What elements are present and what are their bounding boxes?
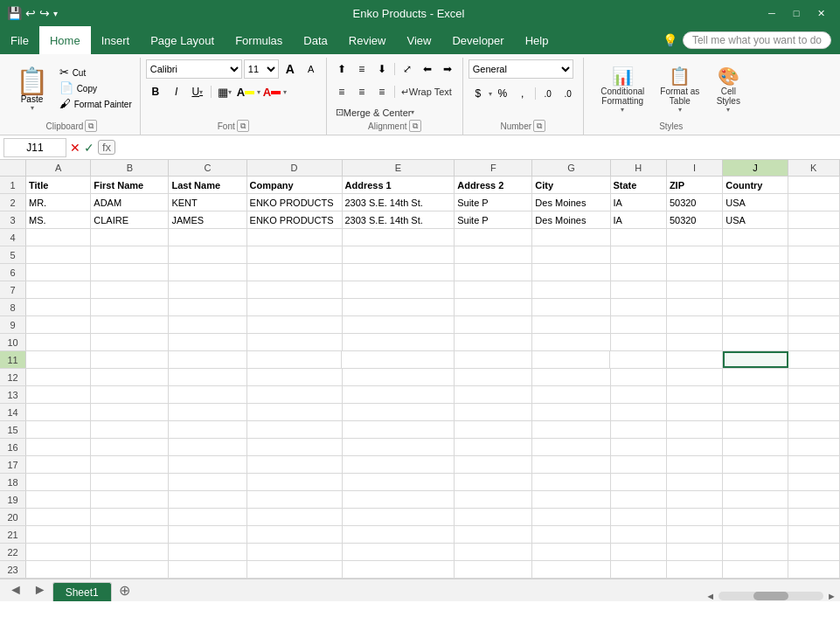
maximize-button[interactable]: □ [784,0,809,26]
menu-review[interactable]: Review [338,26,397,54]
cell-g7[interactable] [532,281,610,298]
cell-i18[interactable] [667,474,723,490]
cell-b7[interactable] [91,281,169,298]
cell-f23[interactable] [455,561,532,578]
cell-e12[interactable] [343,369,455,385]
close-button[interactable]: ✕ [809,0,833,26]
cancel-formula-button[interactable]: ✕ [70,141,80,155]
cell-k4[interactable] [788,229,840,246]
cell-h10[interactable] [611,334,667,350]
cell-d11[interactable] [247,351,343,368]
cell-j4[interactable] [723,229,788,246]
undo-icon[interactable]: ↩ [25,6,36,20]
cell-i19[interactable] [667,491,723,508]
italic-button[interactable]: I [167,82,186,101]
cell-k19[interactable] [788,491,840,508]
cell-c12[interactable] [169,369,246,385]
alignment-expander[interactable]: ⧉ [409,120,421,132]
cell-b4[interactable] [91,229,169,246]
cell-i23[interactable] [667,561,723,578]
increase-font-button[interactable]: A [281,59,300,79]
cell-k15[interactable] [788,421,840,438]
copy-button[interactable]: 📄 Copy [57,80,135,95]
cell-j10[interactable] [723,334,788,350]
cell-c10[interactable] [169,334,246,350]
menu-data[interactable]: Data [293,26,337,54]
cell-g2[interactable]: Des Moines [532,194,610,211]
cell-i13[interactable] [667,386,723,403]
redo-icon[interactable]: ↪ [39,6,50,20]
cell-d18[interactable] [247,474,343,490]
cell-e13[interactable] [343,386,455,403]
cell-h12[interactable] [611,369,667,385]
cell-j19[interactable] [723,491,788,508]
cell-d8[interactable] [247,299,343,315]
cell-i14[interactable] [667,404,723,420]
cell-j9[interactable] [723,316,788,333]
cell-d23[interactable] [247,561,343,578]
cell-a22[interactable] [26,544,91,560]
save-icon[interactable]: 💾 [7,6,22,20]
menu-file[interactable]: File [0,26,39,54]
cell-a14[interactable] [26,404,91,420]
cell-b6[interactable] [91,264,169,281]
cell-h20[interactable] [611,509,667,525]
cell-c23[interactable] [169,561,246,578]
format-painter-button[interactable]: 🖌 Format Painter [57,96,135,111]
cell-h3[interactable]: IA [611,211,667,228]
cell-k17[interactable] [788,456,840,473]
cell-k21[interactable] [788,526,840,543]
accounting-format-button[interactable]: $ [469,84,488,103]
cell-f12[interactable] [455,369,532,385]
cell-styles-button[interactable]: 🎨 Cell Styles ▾ [711,63,746,116]
cell-a21[interactable] [26,526,91,543]
cell-g9[interactable] [532,316,610,333]
cell-f19[interactable] [455,491,532,508]
cell-a15[interactable] [26,421,91,438]
cell-b16[interactable] [91,439,169,455]
cell-b12[interactable] [91,369,169,385]
col-header-g[interactable]: G [532,160,610,176]
cell-e11[interactable] [342,351,455,368]
cell-j5[interactable] [723,246,788,263]
cell-k13[interactable] [788,386,840,403]
cell-h8[interactable] [611,299,667,315]
cell-e21[interactable] [343,526,455,543]
cell-g14[interactable] [532,404,610,420]
cell-a9[interactable] [26,316,91,333]
menu-view[interactable]: View [396,26,441,54]
menu-help[interactable]: Help [515,26,559,54]
cell-g4[interactable] [532,229,610,246]
cell-k9[interactable] [788,316,840,333]
cell-d4[interactable] [247,229,343,246]
cell-k10[interactable] [788,334,840,350]
cell-h2[interactable]: IA [611,194,667,211]
increase-decimal-button[interactable]: .0 [538,84,558,103]
cell-h7[interactable] [611,281,667,298]
col-header-d[interactable]: D [247,160,343,176]
cell-c13[interactable] [169,386,246,403]
cell-g22[interactable] [532,544,610,560]
cell-c21[interactable] [169,526,246,543]
paste-button[interactable]: 📋 Paste ▾ [9,65,55,115]
cell-e8[interactable] [343,299,455,315]
cell-h19[interactable] [611,491,667,508]
cell-d16[interactable] [247,439,343,455]
font-expander[interactable]: ⧉ [237,120,249,132]
merge-center-button[interactable]: ⊡ Merge & Center ▾ [332,105,419,120]
align-center-button[interactable]: ≡ [352,82,371,101]
col-header-f[interactable]: F [455,160,532,176]
cell-d19[interactable] [247,491,343,508]
cell-f1[interactable]: Address 2 [455,177,532,193]
cell-a18[interactable] [26,474,91,490]
cell-f17[interactable] [455,456,532,473]
cell-k5[interactable] [788,246,840,263]
cell-g6[interactable] [532,264,610,281]
cell-e20[interactable] [343,509,455,525]
cell-g19[interactable] [532,491,610,508]
cell-i8[interactable] [667,299,723,315]
cell-f5[interactable] [455,246,532,263]
cell-h18[interactable] [611,474,667,490]
cell-g5[interactable] [532,246,610,263]
cell-i16[interactable] [667,439,723,455]
